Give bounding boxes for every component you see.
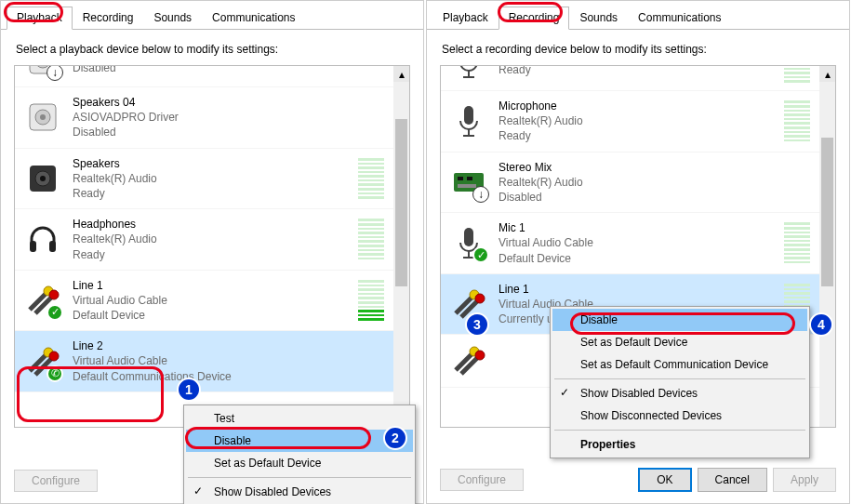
- menu-item[interactable]: Properties: [552, 433, 807, 456]
- annotation-number: 2: [383, 426, 407, 450]
- device-text: MicrophoneRealtek(R) AudioReady: [499, 99, 773, 144]
- svg-rect-29: [464, 228, 473, 246]
- speaker-icon: ↓: [24, 66, 61, 79]
- device-text: Intel® Smart Sound Technology (Intel® SS…: [499, 66, 773, 77]
- device-text: ASIOVADPRO DriverDisabled: [73, 66, 384, 75]
- configure-button[interactable]: Configure: [14, 470, 98, 492]
- cancel-button[interactable]: Cancel: [698, 468, 767, 492]
- annotation-number: 1: [177, 378, 201, 402]
- svg-point-35: [475, 294, 485, 303]
- disabled-badge-icon: ↓: [472, 186, 489, 203]
- menu-item[interactable]: Disable: [186, 430, 413, 452]
- device-text: Stereo MixRealtek(R) AudioDisabled: [499, 160, 810, 206]
- svg-rect-22: [464, 106, 473, 125]
- device-row[interactable]: ✓Mic 1Virtual Audio CableDefault Device: [441, 213, 819, 274]
- menu-item[interactable]: Set as Default Communication Device: [552, 353, 807, 376]
- ok-button[interactable]: OK: [638, 468, 691, 492]
- device-row[interactable]: Intel® Smart Sound Technology (Intel® SS…: [441, 66, 819, 91]
- mic-icon: ✓: [450, 224, 487, 261]
- svg-point-5: [40, 114, 46, 120]
- level-meter: [358, 158, 384, 199]
- level-meter: [784, 66, 810, 83]
- svg-rect-9: [30, 241, 36, 252]
- tab-recording[interactable]: Recording: [73, 7, 144, 29]
- instruction-right: Select a recording device below to modif…: [427, 30, 849, 65]
- instruction-left: Select a playback device below to modify…: [1, 30, 423, 65]
- level-meter: [784, 100, 810, 141]
- level-meter: [358, 219, 384, 259]
- menu-item[interactable]: Set as Default Device: [552, 331, 807, 353]
- scrollbar[interactable]: ▴: [819, 66, 835, 427]
- svg-point-39: [475, 351, 485, 360]
- rca-icon: ✓: [24, 282, 61, 319]
- annotation-number: 3: [465, 312, 489, 337]
- scroll-up-icon[interactable]: ▴: [819, 66, 835, 82]
- speaker-dark-icon: [24, 160, 61, 197]
- svg-rect-27: [467, 177, 472, 180]
- device-text: Line 2Virtual Audio CableDefault Communi…: [73, 338, 384, 384]
- device-row[interactable]: ✆Line 2Virtual Audio CableDefault Commun…: [15, 331, 393, 392]
- configure-button[interactable]: Configure: [440, 469, 524, 491]
- rca-icon: ✆: [24, 343, 61, 380]
- tabs-left: Playback Recording Sounds Communications: [1, 1, 423, 30]
- menu-item[interactable]: Test: [186, 407, 413, 430]
- tab-sounds[interactable]: Sounds: [143, 7, 202, 29]
- tabs-right: Playback Recording Sounds Communications: [427, 1, 849, 30]
- menu-item[interactable]: Set as Default Device: [186, 452, 413, 474]
- menu-item[interactable]: Show Disabled Devices: [186, 481, 413, 503]
- scroll-up-icon[interactable]: ▴: [393, 66, 409, 82]
- tab-playback[interactable]: Playback: [7, 7, 73, 30]
- level-meter: [358, 280, 384, 321]
- annotation-number: 4: [809, 312, 833, 337]
- scroll-thumb[interactable]: [395, 119, 407, 286]
- mic-icon: [450, 66, 487, 81]
- menu-item[interactable]: Show Disabled Devices: [552, 382, 807, 405]
- device-row[interactable]: HeadphonesRealtek(R) AudioReady: [15, 209, 393, 271]
- context-menu-right: DisableSet as Default DeviceSet as Defau…: [550, 306, 810, 458]
- playback-panel: Playback Recording Sounds Communications…: [0, 0, 424, 504]
- tab-recording[interactable]: Recording: [499, 7, 570, 30]
- apply-button[interactable]: Apply: [773, 468, 836, 492]
- board-icon: ↓: [450, 164, 487, 201]
- tab-communications[interactable]: Communications: [202, 7, 305, 29]
- recording-panel: Playback Recording Sounds Communications…: [426, 0, 850, 504]
- tab-communications[interactable]: Communications: [628, 7, 731, 29]
- menu-item[interactable]: Show Disconnected Devices: [552, 405, 807, 427]
- svg-point-18: [49, 351, 59, 361]
- device-row[interactable]: SpeakersRealtek(R) AudioReady: [15, 149, 393, 210]
- context-menu-left: TestDisableSet as Default DeviceShow Dis…: [183, 405, 416, 504]
- tab-sounds[interactable]: Sounds: [569, 7, 628, 29]
- svg-point-14: [49, 290, 59, 299]
- headphones-icon: [24, 220, 61, 258]
- device-text: HeadphonesRealtek(R) AudioReady: [73, 217, 347, 262]
- device-text: Speakers 04ASIOVADPRO DriverDisabled: [73, 95, 384, 140]
- device-text: Mic 1Virtual Audio CableDefault Device: [499, 220, 773, 266]
- svg-rect-26: [458, 177, 463, 180]
- device-text: Line 1Virtual Audio CableDefault Device: [73, 278, 347, 324]
- level-meter: [784, 222, 810, 263]
- device-row[interactable]: ↓ASIOVADPRO DriverDisabled: [15, 66, 393, 87]
- device-row[interactable]: ↓Stereo MixRealtek(R) AudioDisabled: [441, 153, 819, 214]
- device-row[interactable]: ✓Line 1Virtual Audio CableDefault Device: [15, 271, 393, 332]
- svg-rect-10: [49, 241, 56, 252]
- device-row[interactable]: MicrophoneRealtek(R) AudioReady: [441, 91, 819, 153]
- menu-item[interactable]: Disable: [552, 309, 807, 331]
- speaker-icon: [24, 99, 61, 136]
- device-list-left: ↓ASIOVADPRO DriverDisabledSpeakers 04ASI…: [14, 65, 410, 428]
- svg-point-8: [40, 176, 46, 181]
- rca-icon: [450, 342, 487, 379]
- mic-icon: [450, 102, 487, 139]
- device-text: SpeakersRealtek(R) AudioReady: [73, 156, 347, 202]
- tab-playback[interactable]: Playback: [432, 7, 499, 29]
- device-row[interactable]: Speakers 04ASIOVADPRO DriverDisabled: [15, 87, 393, 149]
- default-badge-icon: ✓: [47, 304, 63, 321]
- scroll-thumb[interactable]: [821, 138, 833, 286]
- default-badge-icon: ✆: [47, 365, 63, 382]
- svg-rect-28: [458, 184, 476, 188]
- scrollbar[interactable]: ▴: [393, 66, 409, 427]
